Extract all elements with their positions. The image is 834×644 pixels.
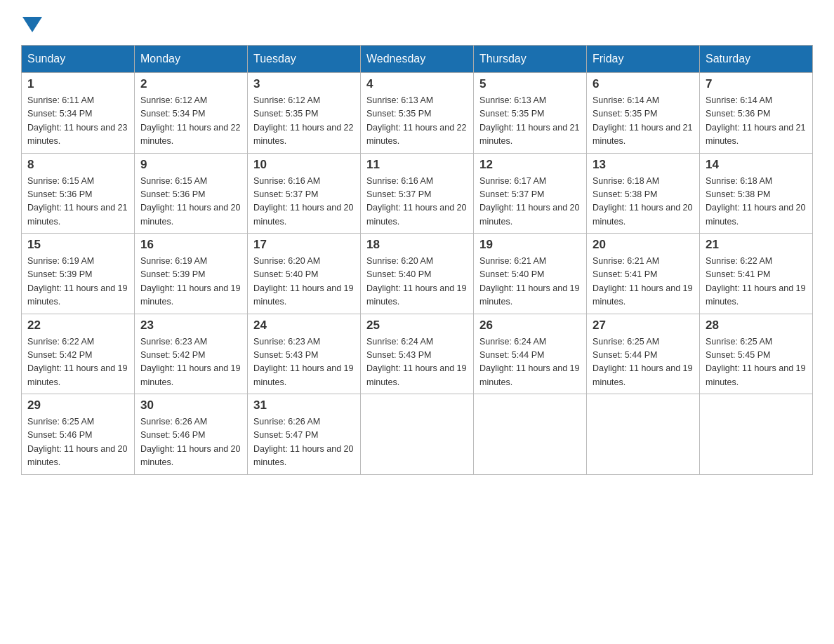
weekday-header-saturday: Saturday: [700, 46, 813, 73]
calendar-week-row: 15Sunrise: 6:19 AMSunset: 5:39 PMDayligh…: [22, 234, 813, 314]
day-number: 16: [140, 238, 241, 252]
day-number: 15: [27, 238, 128, 252]
calendar-cell: 23Sunrise: 6:23 AMSunset: 5:42 PMDayligh…: [135, 314, 248, 394]
weekday-header-thursday: Thursday: [474, 46, 587, 73]
day-number: 8: [27, 158, 128, 172]
calendar-cell: 15Sunrise: 6:19 AMSunset: 5:39 PMDayligh…: [22, 234, 135, 314]
calendar-body: 1Sunrise: 6:11 AMSunset: 5:34 PMDaylight…: [22, 73, 813, 475]
calendar-cell: 14Sunrise: 6:18 AMSunset: 5:38 PMDayligh…: [700, 153, 813, 234]
calendar-cell: [700, 394, 813, 475]
calendar-cell: 5Sunrise: 6:13 AMSunset: 5:35 PMDaylight…: [474, 73, 587, 154]
day-number: 4: [366, 77, 468, 91]
calendar-cell: 20Sunrise: 6:21 AMSunset: 5:41 PMDayligh…: [587, 234, 700, 314]
calendar-cell: 4Sunrise: 6:13 AMSunset: 5:35 PMDaylight…: [361, 73, 474, 154]
logo-triangle-icon: [22, 17, 42, 32]
calendar-cell: 17Sunrise: 6:20 AMSunset: 5:40 PMDayligh…: [248, 234, 361, 314]
calendar-cell: 21Sunrise: 6:22 AMSunset: 5:41 PMDayligh…: [700, 234, 813, 314]
calendar-cell: [474, 394, 587, 475]
day-info: Sunrise: 6:23 AMSunset: 5:42 PMDaylight:…: [140, 335, 241, 390]
day-info: Sunrise: 6:19 AMSunset: 5:39 PMDaylight:…: [27, 255, 128, 309]
day-number: 30: [140, 398, 241, 412]
day-number: 20: [593, 238, 694, 252]
weekday-header-sunday: Sunday: [22, 46, 135, 73]
page-header: [21, 14, 813, 31]
day-number: 11: [366, 158, 468, 172]
calendar-cell: 9Sunrise: 6:15 AMSunset: 5:36 PMDaylight…: [135, 153, 248, 234]
calendar-cell: 13Sunrise: 6:18 AMSunset: 5:38 PMDayligh…: [587, 153, 700, 234]
day-number: 10: [253, 158, 355, 172]
day-number: 3: [253, 77, 355, 91]
day-info: Sunrise: 6:14 AMSunset: 5:36 PMDaylight:…: [706, 94, 807, 149]
day-info: Sunrise: 6:23 AMSunset: 5:43 PMDaylight:…: [253, 335, 355, 390]
day-info: Sunrise: 6:17 AMSunset: 5:37 PMDaylight:…: [479, 175, 581, 229]
calendar-cell: 26Sunrise: 6:24 AMSunset: 5:44 PMDayligh…: [474, 314, 587, 394]
day-info: Sunrise: 6:12 AMSunset: 5:34 PMDaylight:…: [140, 94, 241, 149]
day-info: Sunrise: 6:24 AMSunset: 5:43 PMDaylight:…: [366, 335, 468, 390]
day-info: Sunrise: 6:22 AMSunset: 5:41 PMDaylight:…: [706, 255, 807, 309]
calendar-cell: 11Sunrise: 6:16 AMSunset: 5:37 PMDayligh…: [361, 153, 474, 234]
day-number: 24: [253, 318, 355, 333]
calendar-cell: 24Sunrise: 6:23 AMSunset: 5:43 PMDayligh…: [248, 314, 361, 394]
day-number: 31: [253, 398, 355, 412]
day-info: Sunrise: 6:18 AMSunset: 5:38 PMDaylight:…: [706, 175, 807, 229]
calendar-week-row: 22Sunrise: 6:22 AMSunset: 5:42 PMDayligh…: [22, 314, 813, 394]
calendar-cell: 25Sunrise: 6:24 AMSunset: 5:43 PMDayligh…: [361, 314, 474, 394]
calendar-cell: 2Sunrise: 6:12 AMSunset: 5:34 PMDaylight…: [135, 73, 248, 154]
day-number: 27: [593, 318, 694, 333]
day-info: Sunrise: 6:13 AMSunset: 5:35 PMDaylight:…: [479, 94, 581, 149]
calendar-cell: 8Sunrise: 6:15 AMSunset: 5:36 PMDaylight…: [22, 153, 135, 234]
day-number: 12: [479, 158, 581, 172]
day-number: 7: [706, 77, 807, 91]
day-number: 18: [366, 238, 468, 252]
day-info: Sunrise: 6:21 AMSunset: 5:41 PMDaylight:…: [593, 255, 694, 309]
day-info: Sunrise: 6:14 AMSunset: 5:35 PMDaylight:…: [593, 94, 694, 149]
calendar-cell: 28Sunrise: 6:25 AMSunset: 5:45 PMDayligh…: [700, 314, 813, 394]
day-info: Sunrise: 6:20 AMSunset: 5:40 PMDaylight:…: [253, 255, 355, 309]
day-number: 13: [593, 158, 694, 172]
day-info: Sunrise: 6:26 AMSunset: 5:46 PMDaylight:…: [140, 415, 241, 470]
day-number: 14: [706, 158, 807, 172]
day-info: Sunrise: 6:13 AMSunset: 5:35 PMDaylight:…: [366, 94, 468, 149]
calendar-cell: 22Sunrise: 6:22 AMSunset: 5:42 PMDayligh…: [22, 314, 135, 394]
day-info: Sunrise: 6:22 AMSunset: 5:42 PMDaylight:…: [27, 335, 128, 390]
day-number: 28: [706, 318, 807, 333]
day-info: Sunrise: 6:18 AMSunset: 5:38 PMDaylight:…: [593, 175, 694, 229]
day-info: Sunrise: 6:25 AMSunset: 5:45 PMDaylight:…: [706, 335, 807, 390]
calendar-cell: [361, 394, 474, 475]
day-info: Sunrise: 6:20 AMSunset: 5:40 PMDaylight:…: [366, 255, 468, 309]
day-info: Sunrise: 6:16 AMSunset: 5:37 PMDaylight:…: [366, 175, 468, 229]
day-number: 23: [140, 318, 241, 333]
weekday-header-friday: Friday: [587, 46, 700, 73]
calendar-cell: 3Sunrise: 6:12 AMSunset: 5:35 PMDaylight…: [248, 73, 361, 154]
calendar-cell: 29Sunrise: 6:25 AMSunset: 5:46 PMDayligh…: [22, 394, 135, 475]
calendar-week-row: 1Sunrise: 6:11 AMSunset: 5:34 PMDaylight…: [22, 73, 813, 154]
day-number: 9: [140, 158, 241, 172]
day-info: Sunrise: 6:25 AMSunset: 5:46 PMDaylight:…: [27, 415, 128, 470]
calendar-cell: [587, 394, 700, 475]
calendar-cell: 16Sunrise: 6:19 AMSunset: 5:39 PMDayligh…: [135, 234, 248, 314]
calendar-cell: 18Sunrise: 6:20 AMSunset: 5:40 PMDayligh…: [361, 234, 474, 314]
weekday-header-monday: Monday: [135, 46, 248, 73]
day-number: 21: [706, 238, 807, 252]
calendar-week-row: 8Sunrise: 6:15 AMSunset: 5:36 PMDaylight…: [22, 153, 813, 234]
day-number: 26: [479, 318, 581, 333]
day-number: 17: [253, 238, 355, 252]
calendar-cell: 27Sunrise: 6:25 AMSunset: 5:44 PMDayligh…: [587, 314, 700, 394]
day-number: 25: [366, 318, 468, 333]
day-info: Sunrise: 6:19 AMSunset: 5:39 PMDaylight:…: [140, 255, 241, 309]
day-info: Sunrise: 6:21 AMSunset: 5:40 PMDaylight:…: [479, 255, 581, 309]
calendar-cell: 6Sunrise: 6:14 AMSunset: 5:35 PMDaylight…: [587, 73, 700, 154]
day-number: 22: [27, 318, 128, 333]
day-info: Sunrise: 6:24 AMSunset: 5:44 PMDaylight:…: [479, 335, 581, 390]
weekday-header-tuesday: Tuesday: [248, 46, 361, 73]
day-info: Sunrise: 6:15 AMSunset: 5:36 PMDaylight:…: [27, 175, 128, 229]
day-number: 2: [140, 77, 241, 91]
day-info: Sunrise: 6:26 AMSunset: 5:47 PMDaylight:…: [253, 415, 355, 470]
weekday-header-wednesday: Wednesday: [361, 46, 474, 73]
calendar-cell: 19Sunrise: 6:21 AMSunset: 5:40 PMDayligh…: [474, 234, 587, 314]
calendar-cell: 31Sunrise: 6:26 AMSunset: 5:47 PMDayligh…: [248, 394, 361, 475]
day-number: 5: [479, 77, 581, 91]
day-info: Sunrise: 6:16 AMSunset: 5:37 PMDaylight:…: [253, 175, 355, 229]
calendar-cell: 30Sunrise: 6:26 AMSunset: 5:46 PMDayligh…: [135, 394, 248, 475]
day-info: Sunrise: 6:25 AMSunset: 5:44 PMDaylight:…: [593, 335, 694, 390]
